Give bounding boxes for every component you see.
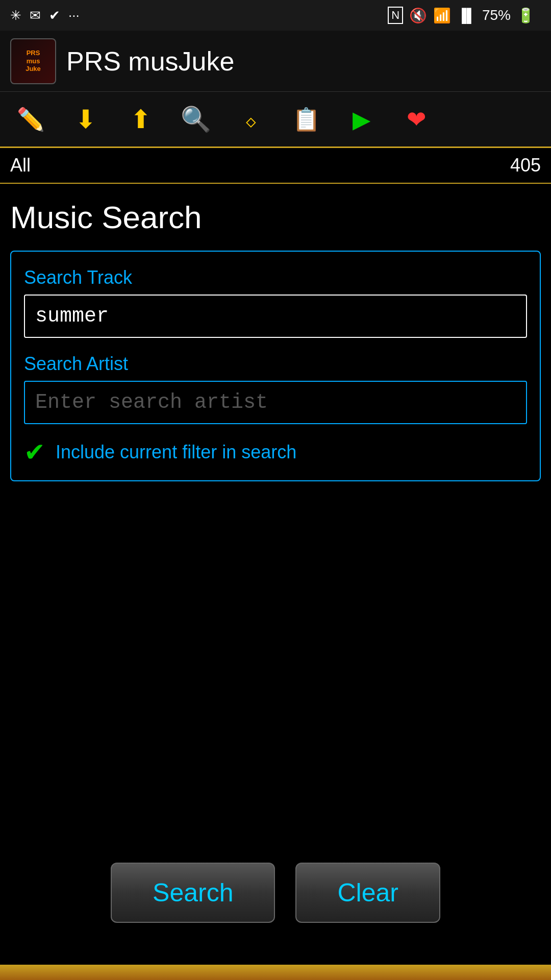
filter-label: All	[10, 155, 31, 176]
app-title: PRS musJuke	[66, 46, 234, 77]
artist-label: Search Artist	[24, 353, 527, 375]
wifi-icon: ✳	[10, 8, 21, 23]
filter-count: 405	[510, 155, 541, 176]
track-label: Search Track	[24, 267, 527, 288]
clear-button[interactable]: Clear	[295, 863, 440, 923]
bottom-buttons: Search Clear	[0, 847, 551, 938]
upload-icon[interactable]: ⬆	[115, 96, 166, 142]
bottom-gold-bar	[0, 965, 551, 980]
filter-checkbox-row[interactable]: ✔ Include current filter in search	[24, 439, 527, 465]
filter-icon[interactable]: ⬦	[226, 96, 277, 142]
mute-icon: 🔇	[409, 7, 427, 24]
toolbar: ✏️ ⬇ ⬆ 🔍 ⬦ 📋 ▶ ❤	[0, 92, 551, 148]
app-logo: PRSmusJuke	[10, 38, 56, 84]
battery-icon: 🔋	[517, 7, 535, 24]
dots-icon: ···	[68, 8, 80, 23]
track-field-group: Search Track	[24, 267, 527, 338]
battery-percent: 75%	[482, 7, 511, 23]
artist-input[interactable]	[24, 381, 527, 424]
status-left-icons: ✳ ✉ ✔ ···	[10, 8, 80, 23]
app-header: PRSmusJuke PRS musJuke	[0, 31, 551, 92]
nfc-icon: N	[388, 7, 403, 24]
filter-bar: All 405	[0, 148, 551, 184]
checkbox-checkmark-icon: ✔	[24, 439, 45, 465]
checkbox-label: Include current filter in search	[56, 442, 296, 463]
check-icon: ✔	[49, 8, 60, 23]
main-content: Music Search Search Track Search Artist …	[0, 184, 551, 847]
mail-icon: ✉	[30, 8, 41, 23]
playlist-icon[interactable]: 📋	[281, 96, 332, 142]
search-button[interactable]: Search	[111, 863, 275, 923]
wifi-signal-icon: 📶	[433, 7, 451, 24]
status-right-icons: N 🔇 📶 ▐▌ 75% 🔋	[388, 7, 541, 24]
signal-bars-icon: ▐▌	[457, 8, 476, 23]
edit-icon[interactable]: ✏️	[5, 96, 56, 142]
artist-field-group: Search Artist	[24, 353, 527, 424]
play-icon[interactable]: ▶	[336, 96, 387, 142]
download-icon[interactable]: ⬇	[60, 96, 111, 142]
search-form: Search Track Search Artist ✔ Include cur…	[10, 251, 541, 481]
search-icon[interactable]: 🔍	[170, 96, 221, 142]
page-title: Music Search	[10, 199, 541, 235]
favorites-icon[interactable]: ❤	[391, 96, 442, 142]
track-input[interactable]	[24, 295, 527, 338]
status-bar: ✳ ✉ ✔ ··· N 🔇 📶 ▐▌ 75% 🔋	[0, 0, 551, 31]
